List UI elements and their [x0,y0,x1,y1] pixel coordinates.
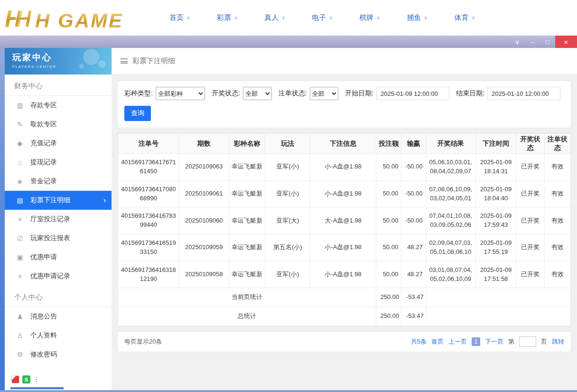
cell-play: 亚军(小) [265,180,310,207]
draw-status-select[interactable]: 全部 [243,87,272,100]
cell-winloss: -50.00 [401,207,426,234]
summary-winloss: -53.47 [401,288,426,307]
order-status-select[interactable]: 全部 [310,87,339,100]
chevron-down-icon: ∨ [376,15,380,21]
search-button[interactable]: 查询 [124,106,151,121]
cell-time: 2025-01-09 17:59:43 [475,207,516,234]
nav-item-home[interactable]: 首页 ∨ [169,13,190,22]
first-page-link[interactable]: 首页 [431,337,444,346]
nav-item-cards[interactable]: 棋牌 ∨ [359,13,380,22]
cell-bet-id: 401569173641708068990 [118,180,179,207]
sidebar-item-fund-records[interactable]: ◈ 资金记录 [5,172,112,191]
chevron-down-icon: ∨ [471,15,475,21]
sidebar-item-hall-bet-records[interactable]: ≡ 厅室投注记录 [5,210,112,229]
tray-app-icon[interactable] [11,375,19,383]
player-bet-report-icon: ☑ [16,234,24,242]
deposit-zone-icon: ▥ [16,102,24,109]
nav-label: 棋牌 [359,13,373,22]
sidebar-item-recharge-records[interactable]: ◆ 充值记录 [5,134,112,153]
main-content: 彩票下注明细 彩种类型: 全部彩种 开奖状态: 全部 注单状态: [112,48,577,390]
menu-icon[interactable] [121,58,128,64]
end-date-input[interactable] [487,87,560,100]
tray-icons: S ⋮ [11,375,39,383]
col-header-lottery: 彩种名称 [229,134,265,154]
page-jump-input[interactable] [519,336,536,347]
cell-order-status: 有效 [544,234,570,261]
cell-winloss: 48.27 [401,234,426,261]
nav-item-lottery[interactable]: 彩票 ∨ [217,13,238,22]
summary-empty [426,307,570,326]
cell-amount: 50.00 [376,207,401,234]
page-size-text: 每页显示20条 [124,337,162,346]
sidebar-item-promo-apply[interactable]: ▣ 优惠申请 [5,248,112,267]
summary-label: 当前页统计 [118,288,376,307]
nav-item-slots[interactable]: 电子 ∨ [312,13,333,22]
window-titlebar: ∨ – □ × [0,36,577,48]
sidebar-item-withdraw-zone[interactable]: ✎ 取款专区 [5,115,112,134]
col-header-bet-info: 下注信息 [310,134,376,154]
sidebar-item-lottery-bet-details[interactable]: ▤ 彩票下注明细 › [5,191,112,210]
promo-apply-icon: ▣ [16,253,24,261]
summary-row-current-page: 当前页统计 250.00 -53.47 [118,288,571,307]
window-chevron-icon[interactable]: ∨ [510,36,525,48]
lottery-type-label: 彩种类型: [124,89,153,98]
sidebar-item-promo-apply-records[interactable]: ≡ 优惠申请记录 [5,267,112,286]
window-maximize-icon[interactable]: □ [540,36,555,48]
sidebar-item-profile[interactable]: ♙ 个人资料 [5,326,112,345]
logo-text: H GAME [35,11,123,31]
table-row: 401569173641678399440 20250109060 幸运飞艇新 … [118,207,571,234]
cell-bet-info: 小-A盘@1.98 [310,154,376,181]
window-minimize-icon[interactable]: – [525,36,540,48]
logo[interactable]: H H H GAME [5,5,145,31]
prev-page-link[interactable]: 上一页 [448,337,467,346]
chevron-down-icon: ∨ [329,15,333,21]
col-header-play: 玩法 [265,134,310,154]
next-page-link[interactable]: 下一页 [485,337,503,346]
window-close-icon[interactable]: × [555,36,577,48]
tray-more-icon[interactable]: ⋮ [33,376,39,383]
jump-button[interactable]: 跳转 [552,337,564,346]
cell-order-status: 有效 [544,207,570,234]
cell-amount: 50.00 [376,154,401,181]
sidebar-item-withdrawal-records[interactable]: ⌂ 提现记录 [5,153,112,172]
start-date-label: 开始日期: [345,89,373,98]
sidebar-item-player-bet-report[interactable]: ☑ 玩家投注报表 [5,229,112,248]
cell-bet-id: 401569173641631812190 [118,261,179,288]
cell-play: 亚军(小) [265,154,310,181]
chevron-down-icon: ∨ [186,15,190,21]
sidebar-item-label: 提现记录 [30,158,57,167]
window-body: 玩家中心 PLAYERS CENTER 财务中心 ▥ 存款专区 ✎ 取款专区 ◆… [0,48,577,392]
nav-item-live[interactable]: 真人 ∨ [264,13,285,22]
cell-bet-info: 小-A盘@1.98 [310,234,376,261]
deco-circle [79,64,84,69]
summary-winloss: -53.47 [401,307,426,326]
nav-label: 真人 [264,13,279,22]
site-header: H H H GAME 首页 ∨ 彩票 ∨ 真人 ∨ 电子 ∨ 棋牌 [0,0,577,36]
sidebar-item-label: 厅室投注记录 [30,215,70,224]
lottery-type-select[interactable]: 全部彩种 [156,87,205,100]
nav-label: 彩票 [217,13,231,22]
cell-draw-status: 已开奖 [516,154,544,181]
order-status-label: 注单状态: [279,89,307,98]
cell-bet-info: 小-A盘@1.98 [310,180,376,207]
change-password-icon: ⚙ [16,351,24,358]
table-row: 401569173641767161450 20250109063 幸运飞艇新 … [118,154,571,181]
col-header-amount: 投注额 [376,134,401,154]
sogou-ime-icon[interactable]: S [22,375,30,383]
nav-item-sports[interactable]: 体育 ∨ [454,13,475,22]
logo-emblem: H H [5,5,35,31]
cell-result: 03,01,08,07,04,05,02,06,10,09 [426,261,475,288]
summary-amount: 250.00 [376,307,401,326]
col-header-winloss: 输赢 [401,134,426,154]
nav-label: 首页 [169,13,184,22]
nav-item-fishing[interactable]: 捕鱼 ∨ [407,13,428,22]
start-date-input[interactable] [376,87,449,100]
cell-draw-status: 已开奖 [516,261,544,288]
cell-period: 20250109058 [179,261,229,288]
sidebar-bottom-bar [10,387,64,389]
current-page-indicator[interactable]: 1 [472,337,480,346]
sidebar-item-change-password[interactable]: ⚙ 修改密码 [5,345,112,364]
sidebar-item-deposit-zone[interactable]: ▥ 存款专区 [5,96,112,115]
sidebar-item-announcements[interactable]: ♟ 消息公告 [5,307,112,326]
cell-draw-status: 已开奖 [516,234,544,261]
